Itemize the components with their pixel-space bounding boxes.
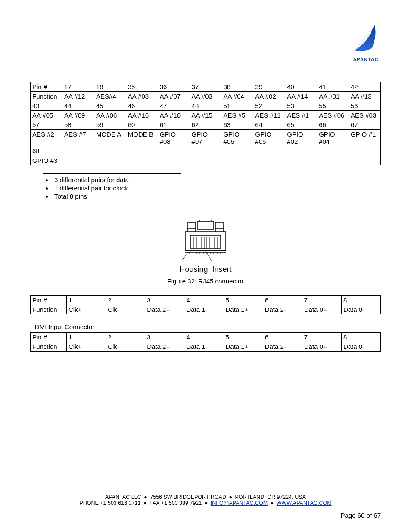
hdmi-cell: Data 2- bbox=[263, 342, 302, 352]
pin-table-cell: 47 bbox=[158, 101, 190, 111]
hdmi-cell: Data 0- bbox=[341, 342, 380, 352]
hdmi-cell: Function bbox=[31, 342, 67, 352]
pin-table-cell: GPIO #1 bbox=[349, 130, 381, 146]
pin-table-cell: AA #12 bbox=[62, 92, 94, 101]
pin-table-cell: 43 bbox=[31, 101, 62, 111]
pin-table-cell: 52 bbox=[253, 101, 285, 111]
pin-table-cell bbox=[253, 146, 285, 156]
footer-web-link[interactable]: WWW.APANTAC.COM bbox=[277, 500, 332, 506]
pin-table-cell: GPIO #08 bbox=[158, 130, 190, 146]
rj45-cell: Function bbox=[31, 305, 67, 314]
pin-table-cell: AA #14 bbox=[285, 92, 317, 101]
pin-table-cell: MODE B bbox=[126, 130, 158, 146]
svg-rect-7 bbox=[215, 222, 223, 228]
hdmi-cell: Data 2+ bbox=[145, 342, 184, 352]
rj45-cell: 6 bbox=[263, 296, 302, 305]
rj45-cell: Data 2+ bbox=[145, 305, 184, 314]
pin-table-cell: AA #04 bbox=[221, 92, 253, 101]
rj45-cell: 4 bbox=[184, 296, 224, 305]
hdmi-cell: Data 0+ bbox=[302, 342, 341, 352]
pin-table-cell: GPIO #05 bbox=[253, 130, 285, 146]
hdmi-cell: Pin # bbox=[31, 333, 67, 342]
pin-table-row: 5758596061626364656667 bbox=[31, 120, 381, 130]
pin-table-cell: AES #2 bbox=[31, 130, 62, 146]
logo-text: APANTAC bbox=[351, 57, 381, 62]
pin-table-cell: AA #13 bbox=[349, 92, 381, 101]
hdmi-cell: 1 bbox=[67, 333, 106, 342]
pin-table-cell: AA #02 bbox=[253, 92, 285, 101]
hdmi-cell: 2 bbox=[106, 333, 145, 342]
footer-email-link[interactable]: INFO@APANTAC.COM bbox=[211, 500, 268, 506]
footer-company: APANTAC LLC bbox=[105, 494, 141, 500]
pin-table-cell bbox=[94, 156, 126, 165]
pin-table-cell: 40 bbox=[285, 82, 317, 92]
pin-table-cell: AA #08 bbox=[126, 92, 158, 101]
pin-table-cell: MODE A bbox=[94, 130, 126, 146]
pin-table-cell bbox=[190, 146, 221, 156]
pin-table-cell: 38 bbox=[221, 82, 253, 92]
pin-table-cell bbox=[317, 156, 349, 165]
figure-label-insert: Insert bbox=[212, 265, 232, 274]
pin-table-cell: 44 bbox=[62, 101, 94, 111]
pin-table-cell: 41 bbox=[317, 82, 349, 92]
pin-table-cell: 35 bbox=[126, 82, 158, 92]
pin-table-cell: 65 bbox=[285, 120, 317, 130]
pin-table-cell: 46 bbox=[126, 101, 158, 111]
hdmi-pinout-table: Pin #12345678FunctionClk+Clk-Data 2+Data… bbox=[30, 332, 381, 352]
footer-fax: FAX +1 503 389 7921 bbox=[149, 500, 202, 506]
rj45-cell: 5 bbox=[224, 296, 263, 305]
pin-table-cell bbox=[126, 146, 158, 156]
footer-phone: PHONE +1 503 616 3711 bbox=[79, 500, 140, 506]
logo-icon bbox=[351, 24, 381, 55]
pin-table-cell: AES #7 bbox=[62, 130, 94, 146]
rj45-cell: Data 1+ bbox=[224, 305, 263, 314]
rj45-cell: Pin # bbox=[31, 296, 67, 305]
pin-table-cell: AES #5 bbox=[221, 111, 253, 120]
pin-table-cell: AA #16 bbox=[126, 111, 158, 120]
pin-table-cell: 51 bbox=[221, 101, 253, 111]
pin-table-cell: GPIO #3 bbox=[31, 156, 62, 165]
rj45-row: Pin #12345678 bbox=[31, 296, 381, 305]
pin-table-cell bbox=[158, 156, 190, 165]
pin-table-cell: 56 bbox=[349, 101, 381, 111]
pin-table-cell bbox=[126, 156, 158, 165]
pin-table-cell: AES #06 bbox=[317, 111, 349, 120]
pin-table-cell: 59 bbox=[94, 120, 126, 130]
hdmi-cell: Clk- bbox=[106, 342, 145, 352]
pin-table-cell: AA #09 bbox=[62, 111, 94, 120]
pin-function-table: Pin #17183536373839404142FunctionAA #12A… bbox=[30, 82, 381, 165]
pin-table-row: Pin #17183536373839404142 bbox=[31, 82, 381, 92]
footer-line2: PHONE +1 503 616 3711 ● FAX +1 503 389 7… bbox=[0, 500, 411, 506]
pin-table-cell bbox=[158, 146, 190, 156]
pin-table-cell bbox=[317, 146, 349, 156]
rj45-cell: 3 bbox=[145, 296, 184, 305]
rj45-cell: Data 0+ bbox=[302, 305, 341, 314]
pin-table-cell bbox=[349, 156, 381, 165]
pin-table-cell: AES #1 bbox=[285, 111, 317, 120]
pin-table-cell bbox=[221, 146, 253, 156]
page-number: Page 60 of 67 bbox=[341, 512, 381, 519]
pin-table-cell bbox=[62, 156, 94, 165]
footer-address: 7556 SW BRIDGEPORT ROAD bbox=[150, 494, 226, 500]
pin-table-cell: 57 bbox=[31, 120, 62, 130]
pin-table-row: AA #05AA #09AA #06AA #16AA #10AA #15AES … bbox=[31, 111, 381, 120]
pin-table-cell: 55 bbox=[317, 101, 349, 111]
svg-rect-6 bbox=[197, 221, 214, 229]
pin-table-cell: 42 bbox=[349, 82, 381, 92]
pin-table-cell: AA #07 bbox=[158, 92, 190, 101]
pin-table-cell: 48 bbox=[190, 101, 221, 111]
figure-labels: Housing Insert bbox=[30, 265, 381, 274]
pin-table-cell: 63 bbox=[221, 120, 253, 130]
rj45-cell: Data 2- bbox=[263, 305, 302, 314]
pin-table-row: 68 bbox=[31, 146, 381, 156]
figure-label-housing: Housing bbox=[179, 265, 208, 274]
pin-table-cell: GPIO #02 bbox=[285, 130, 317, 146]
hdmi-row: Pin #12345678 bbox=[31, 333, 381, 342]
pin-table-cell: 36 bbox=[158, 82, 190, 92]
hdmi-cell: Clk+ bbox=[67, 342, 106, 352]
footer-city: PORTLAND, OR 97224, USA bbox=[235, 494, 305, 500]
pin-table-cell: 39 bbox=[253, 82, 285, 92]
pin-table-row: FunctionAA #12AES#4AA #08AA #07AA #03AA … bbox=[31, 92, 381, 101]
main-content: Pin #17183536373839404142FunctionAA #12A… bbox=[30, 26, 381, 352]
rj45-connector-icon bbox=[173, 220, 238, 263]
